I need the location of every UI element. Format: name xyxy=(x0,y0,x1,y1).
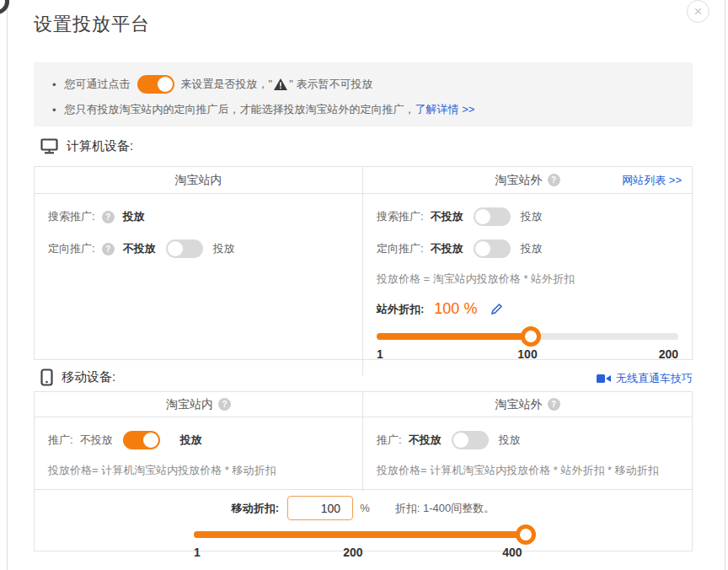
slider-fill xyxy=(377,333,531,340)
targeted-promo-state-on: 投放 xyxy=(213,241,235,256)
targeted-promo-toggle[interactable] xyxy=(474,239,511,258)
warning-icon xyxy=(274,78,287,90)
header-label: 淘宝站内 xyxy=(175,173,222,188)
promo-state-on: 投放 xyxy=(499,433,521,448)
edit-pencil-icon[interactable] xyxy=(490,303,503,315)
targeted-promo-row: 定向推广: 不投放 投放 xyxy=(377,239,678,258)
header-taobao-onsite: 淘宝站内 ? xyxy=(35,392,363,417)
promo-row: 推广: 不投放 投放 xyxy=(48,431,349,449)
price-formula: 投放价格= 计算机淘宝站内投放价格 * 站外折扣 * 移动折扣 xyxy=(377,463,678,478)
mobile-discount-panel: 移动折扣: % 折扣: 1-400间整数。 1 200 400 xyxy=(35,490,692,561)
wireless-tips-link[interactable]: 无线直通车技巧 xyxy=(597,371,693,386)
toggle-knob xyxy=(143,433,158,448)
computer-table-body: 搜索推广: ? 投放 定向推广: ? 不投放 投放 搜索推广: 不投放 投放 xyxy=(35,194,692,376)
slider-handle[interactable] xyxy=(516,524,536,545)
discount-hint: 折扣: 1-400间整数。 xyxy=(395,501,495,516)
targeted-promo-row: 定向推广: ? 不投放 投放 xyxy=(48,239,349,258)
slider-label-min: 1 xyxy=(194,546,201,559)
mobile-section-header: 移动设备: xyxy=(40,368,115,386)
toggle-knob xyxy=(475,209,490,224)
dialog-title: 设置投放平台 xyxy=(34,12,150,37)
mobile-discount-slider[interactable] xyxy=(194,531,533,538)
search-promo-label: 搜索推广: xyxy=(377,209,424,224)
offsite-discount-slider[interactable] xyxy=(377,333,678,340)
computer-section-header: 计算机设备: xyxy=(40,138,133,154)
search-promo-state-off: 不投放 xyxy=(431,209,463,224)
search-promo-toggle[interactable] xyxy=(474,207,511,226)
price-formula: 投放价格= 计算机淘宝站内投放价格 * 移动折扣 xyxy=(48,463,349,478)
slider-handle[interactable] xyxy=(521,326,541,347)
promo-state-off: 不投放 xyxy=(409,433,442,448)
notice-text: 您只有投放淘宝站内的定向推广后，才能选择投放淘宝站外的定向推广， xyxy=(65,102,415,117)
slider-label-min: 1 xyxy=(377,347,383,361)
header-label: 淘宝站外 xyxy=(495,173,543,188)
bullet-icon xyxy=(52,104,65,116)
question-icon[interactable]: ? xyxy=(102,243,115,255)
notice-text: " 表示暂不可投放 xyxy=(289,77,372,92)
slider-scale: 1 200 400 xyxy=(194,546,533,561)
demo-toggle[interactable] xyxy=(137,75,174,94)
help-bubble-icon xyxy=(0,0,9,14)
search-promo-label: 搜索推广: xyxy=(48,209,95,224)
bullet-icon xyxy=(52,78,65,91)
notice-text: 您可通过点击 xyxy=(65,77,131,92)
targeted-promo-state-off: 不投放 xyxy=(123,241,156,256)
slider-label-mid: 100 xyxy=(517,347,537,361)
question-icon[interactable]: ? xyxy=(218,398,231,411)
monitor-icon xyxy=(40,138,58,154)
mobile-table: 淘宝站内 ? 淘宝站外 ? 推广: 不投放 投放 投放价格= 计算机淘宝站内投放… xyxy=(34,391,693,551)
promo-row: 推广: 不投放 投放 xyxy=(377,431,678,449)
notice-line-2: 您只有投放淘宝站内的定向推广后，才能选择投放淘宝站外的定向推广， 了解详情 >> xyxy=(52,98,677,121)
search-promo-row: 搜索推广: 不投放 投放 xyxy=(377,207,678,226)
search-promo-state: 投放 xyxy=(123,209,145,224)
slider-scale: 1 100 200 xyxy=(377,347,678,363)
toggle-knob xyxy=(158,77,173,92)
slider-label-max: 400 xyxy=(502,546,522,559)
toggle-knob xyxy=(168,241,183,256)
mobile-discount-input[interactable] xyxy=(287,496,353,520)
promo-toggle[interactable] xyxy=(452,431,489,449)
search-promo-state-on: 投放 xyxy=(521,209,543,224)
slider-fill xyxy=(194,531,533,538)
targeted-promo-label: 定向推广: xyxy=(48,241,95,256)
offsite-discount-label: 站外折扣: xyxy=(377,302,424,317)
computer-offsite-cell: 搜索推广: 不投放 投放 定向推广: 不投放 投放 投放价格 = 淘宝站内投放价… xyxy=(363,194,692,376)
mobile-table-body: 推广: 不投放 投放 投放价格= 计算机淘宝站内投放价格 * 移动折扣 推广: … xyxy=(35,417,692,490)
promo-state-on: 投放 xyxy=(180,433,202,448)
promo-label: 推广: xyxy=(48,433,73,448)
dialog-right-border xyxy=(725,0,725,570)
promo-state-off: 不投放 xyxy=(80,433,113,448)
slider-label-mid: 200 xyxy=(343,546,362,559)
header-taobao-onsite: 淘宝站内 xyxy=(35,167,363,193)
computer-table-header: 淘宝站内 淘宝站外 ? 网站列表 >> xyxy=(35,167,692,194)
question-icon[interactable]: ? xyxy=(548,398,560,411)
mobile-onsite-cell: 推广: 不投放 投放 投放价格= 计算机淘宝站内投放价格 * 移动折扣 xyxy=(35,417,363,492)
toggle-knob xyxy=(453,433,468,448)
video-camera-icon xyxy=(597,374,611,384)
mobile-slider-wrap: 1 200 400 xyxy=(194,531,533,561)
header-taobao-offsite: 淘宝站外 ? xyxy=(363,392,692,417)
question-icon[interactable]: ? xyxy=(102,211,115,223)
header-label: 淘宝站内 xyxy=(166,397,213,412)
close-icon: × xyxy=(694,4,703,19)
notice-box: 您可通过点击 来设置是否投放，" " 表示暂不可投放 您只有投放淘宝站内的定向推… xyxy=(34,62,693,126)
dialog-canvas: × 设置投放平台 您可通过点击 来设置是否投放，" " 表示暂不可投放 您只有投… xyxy=(0,0,728,570)
search-promo-row: 搜索推广: ? 投放 xyxy=(48,207,349,226)
targeted-promo-state-off: 不投放 xyxy=(431,241,463,256)
learn-more-link[interactable]: 了解详情 >> xyxy=(415,102,475,117)
offsite-discount-value: 100 % xyxy=(434,300,477,318)
targeted-promo-state-on: 投放 xyxy=(521,241,543,256)
computer-onsite-cell: 搜索推广: ? 投放 定向推广: ? 不投放 投放 xyxy=(35,194,363,376)
price-formula: 投放价格 = 淘宝站内投放价格 * 站外折扣 xyxy=(377,272,678,287)
targeted-promo-toggle[interactable] xyxy=(166,239,203,258)
header-taobao-offsite: 淘宝站外 ? 网站列表 >> xyxy=(363,167,692,193)
targeted-promo-label: 定向推广: xyxy=(377,241,424,256)
slider-label-max: 200 xyxy=(659,347,678,361)
question-icon[interactable]: ? xyxy=(548,174,560,186)
phone-icon xyxy=(40,368,53,386)
wireless-tips-label: 无线直通车技巧 xyxy=(616,371,693,386)
mobile-table-header: 淘宝站内 ? 淘宝站外 ? xyxy=(35,392,692,417)
promo-toggle[interactable] xyxy=(123,431,160,449)
close-button[interactable]: × xyxy=(687,0,709,23)
website-list-link[interactable]: 网站列表 >> xyxy=(622,173,682,188)
